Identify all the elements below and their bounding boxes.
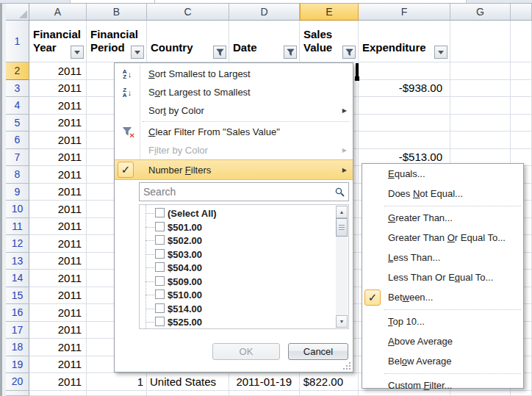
header-cell-A[interactable]: FinancialYear — [29, 21, 87, 62]
grid-cell-G5[interactable] — [450, 115, 511, 132]
menu-item-filter-by-color[interactable]: Filter by Color▶ — [115, 141, 353, 159]
filter-value-item[interactable]: $501.00 — [140, 220, 348, 234]
grid-cell-E20[interactable]: $822.00 — [300, 373, 359, 391]
select-all-corner[interactable] — [6, 4, 29, 21]
grid-cell-x6[interactable] — [511, 132, 532, 149]
scrollbar[interactable]: ▲ ▼ — [336, 206, 348, 328]
filter-value-item-partial[interactable] — [140, 329, 348, 330]
row-header-16[interactable]: 16 — [6, 304, 29, 322]
filter-value-item[interactable]: $502.00 — [140, 234, 348, 248]
column-header-B[interactable]: B — [87, 4, 147, 21]
column-header-F[interactable]: F — [359, 4, 450, 21]
grid-cell-A2[interactable]: 2011 — [29, 62, 87, 80]
submenu-item-greater-than[interactable]: Greater Than... — [362, 208, 523, 228]
header-cell-partial[interactable] — [511, 21, 532, 62]
filter-value-item[interactable]: $525.00 — [140, 315, 348, 329]
grid-cell-x3[interactable] — [511, 80, 532, 98]
grid-cell-x2[interactable] — [511, 62, 532, 80]
filter-value-item[interactable]: $504.00 — [140, 261, 348, 275]
submenu-item-top-10[interactable]: Top 10... — [362, 312, 523, 331]
column-header-partial[interactable] — [511, 4, 532, 21]
row-header-5[interactable]: 5 — [6, 115, 29, 132]
submenu-item-does-not-equal[interactable]: Does Not Equal... — [362, 184, 523, 204]
grid-cell-A6[interactable]: 2011 — [29, 132, 87, 149]
grid-cell-A14[interactable]: 2011 — [29, 270, 87, 287]
row-header-11[interactable]: 11 — [6, 218, 29, 236]
row-header-15[interactable]: 15 — [6, 287, 29, 305]
grid-cell-A20[interactable]: 2011 — [29, 373, 87, 391]
row-header-12[interactable]: 12 — [6, 235, 29, 253]
grid-cell-F5[interactable] — [359, 115, 450, 132]
grid-cell-A13[interactable]: 2011 — [29, 253, 87, 270]
active-cell-fill-handle[interactable] — [355, 76, 359, 81]
row-header-9[interactable]: 9 — [6, 184, 29, 201]
grid-cell-A11[interactable]: 2011 — [29, 218, 87, 236]
value-checkbox[interactable] — [155, 222, 165, 231]
submenu-item-above-average[interactable]: Above Average — [362, 331, 523, 351]
grid-cell-A7[interactable]: 2011 — [29, 149, 87, 167]
value-checkbox[interactable] — [155, 303, 165, 313]
menu-item-sort-largest-to-smallest[interactable]: ZA↓Sort Largest to Smallest — [115, 83, 353, 101]
submenu-item-equals[interactable]: Equals... — [362, 164, 523, 184]
menu-item-clear-filter-from-sales-value[interactable]: ✕Clear Filter From "Sales Value" — [115, 123, 353, 141]
resize-grip[interactable] — [342, 361, 351, 370]
grid-cell-x5[interactable] — [511, 115, 532, 132]
grid-cell-A15[interactable]: 2011 — [29, 287, 87, 305]
grid-cell-G6[interactable] — [450, 132, 511, 149]
filter-funnel-button[interactable] — [213, 46, 226, 59]
filter-dropdown-button[interactable] — [434, 46, 447, 59]
column-header-D[interactable]: D — [229, 4, 300, 21]
row-header-17[interactable]: 17 — [6, 322, 29, 339]
header-cell-D[interactable]: Date — [229, 21, 300, 62]
row-header-4[interactable]: 4 — [6, 97, 29, 115]
menu-item-sort-smallest-to-largest[interactable]: AZ↓Sort Smallest to Largest — [115, 65, 353, 83]
column-header-A[interactable]: A — [29, 4, 87, 21]
grid-cell-A17[interactable]: 2011 — [29, 322, 87, 339]
column-header-E[interactable]: E — [300, 4, 359, 21]
submenu-item-between[interactable]: ✓Between... — [362, 287, 523, 307]
grid-cell-G2[interactable] — [450, 62, 511, 80]
header-cell-G[interactable] — [450, 21, 511, 62]
value-checkbox[interactable] — [155, 317, 165, 326]
row-header-8[interactable]: 8 — [6, 166, 29, 184]
row-header-10[interactable]: 10 — [6, 201, 29, 218]
grid-cell-A5[interactable]: 2011 — [29, 115, 87, 132]
grid-cell-D20[interactable]: 2011-01-19 — [229, 373, 300, 391]
grid-cell-A4[interactable]: 2011 — [29, 97, 87, 115]
row-header-18[interactable]: 18 — [6, 339, 29, 356]
search-input[interactable] — [140, 183, 348, 201]
header-cell-C[interactable]: Country — [147, 21, 229, 62]
grid-cell-G4[interactable] — [450, 97, 511, 115]
row-header-13[interactable]: 13 — [6, 253, 29, 270]
ok-button[interactable]: OK — [212, 343, 280, 360]
grid-cell-F4[interactable] — [359, 97, 450, 115]
submenu-item-less-than-or-equal-to[interactable]: Less Than Or Equal To... — [362, 267, 523, 287]
submenu-item-less-than[interactable]: Less Than... — [362, 248, 523, 267]
column-header-C[interactable]: C — [147, 4, 229, 21]
grid-cell-A16[interactable]: 2011 — [29, 304, 87, 322]
row-header-3[interactable]: 3 — [6, 80, 29, 98]
grid-cell-A10[interactable]: 2011 — [29, 201, 87, 218]
scrollbar-up-button[interactable]: ▲ — [336, 206, 348, 218]
header-cell-B[interactable]: FinancialPeriod — [87, 21, 147, 62]
menu-item-number-filters[interactable]: ✓Number Filters▶ — [115, 159, 353, 180]
value-checkbox[interactable] — [155, 289, 165, 299]
scrollbar-thumb[interactable] — [336, 218, 348, 237]
grid-cell-A8[interactable]: 2011 — [29, 166, 87, 184]
grid-cell-A19[interactable]: 2011 — [29, 356, 87, 374]
filter-dropdown-button[interactable] — [71, 46, 84, 59]
grid-cell-A12[interactable]: 2011 — [29, 235, 87, 253]
filter-value-item[interactable]: $503.00 — [140, 248, 348, 262]
filter-value-item[interactable]: $510.00 — [140, 288, 348, 302]
menu-item-sort-by-color[interactable]: Sort by Color▶ — [115, 101, 353, 120]
grid-cell-C20[interactable]: United States — [147, 373, 229, 391]
row-header-19[interactable]: 19 — [6, 356, 29, 374]
value-checkbox[interactable] — [155, 262, 165, 272]
filter-funnel-button[interactable] — [284, 46, 297, 59]
grid-cell-G3[interactable] — [450, 80, 511, 98]
row-header-1[interactable]: 1 — [6, 21, 29, 62]
row-header-2[interactable]: 2 — [6, 62, 29, 80]
filter-value-item[interactable]: (Select All) — [140, 206, 348, 220]
grid-cell-x4[interactable] — [511, 97, 532, 115]
cancel-button[interactable]: Cancel — [288, 343, 348, 360]
